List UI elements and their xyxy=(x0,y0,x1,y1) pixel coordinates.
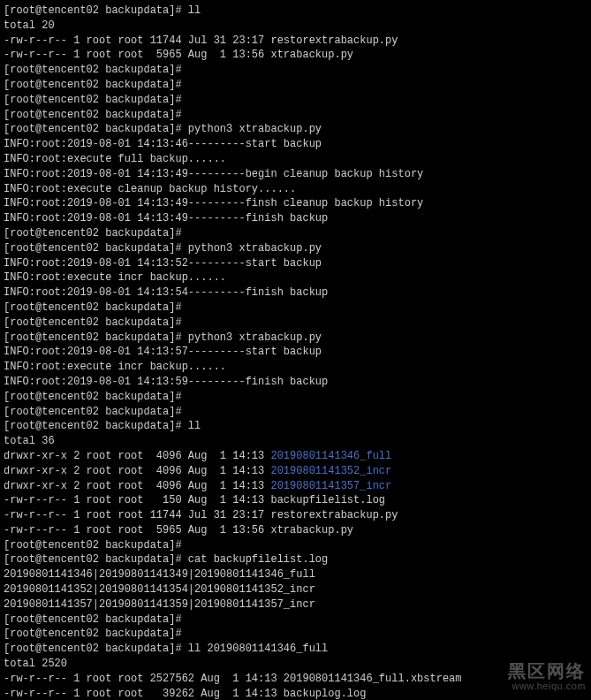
terminal-text: INFO:root:2019-08-01 14:13:52---------st… xyxy=(4,257,322,270)
terminal-line: [root@tencent02 backupdata]# xyxy=(4,108,587,123)
terminal-line: -rw-r--r-- 1 root root 150 Aug 1 14:13 b… xyxy=(4,493,587,508)
terminal-line: drwxr-xr-x 2 root root 4096 Aug 1 14:13 … xyxy=(4,464,587,479)
terminal-text: 20190801141346|20190801141349|2019080114… xyxy=(4,568,315,581)
terminal-line: INFO:root:2019-08-01 14:13:49---------be… xyxy=(4,167,587,182)
directory-name: 20190801141346_full xyxy=(270,450,391,462)
terminal-line: [root@tencent02 backupdata]# ll xyxy=(4,4,587,19)
shell-prompt: [root@tencent02 backupdata]# xyxy=(4,227,188,240)
terminal-text: INFO:root:2019-08-01 14:13:49---------be… xyxy=(4,168,423,180)
terminal-line: -rw-r--r-- 1 root root 39262 Aug 1 14:13… xyxy=(4,687,587,700)
terminal-text: INFO:root:execute incr backup...... xyxy=(4,271,226,284)
terminal-text: 20190801141357|20190801141359|2019080114… xyxy=(4,598,315,611)
shell-prompt: [root@tencent02 backupdata]# xyxy=(4,628,188,640)
terminal-line: -rw-r--r-- 1 root root 11744 Jul 31 23:1… xyxy=(4,34,587,49)
terminal-line: 20190801141346|20190801141349|2019080114… xyxy=(4,567,587,582)
terminal-text: -rw-r--r-- 1 root root 5965 Aug 1 13:56 … xyxy=(4,49,353,61)
shell-prompt: [root@tencent02 backupdata]# xyxy=(4,613,188,626)
terminal-line: INFO:root:2019-08-01 14:13:49---------fi… xyxy=(4,211,587,226)
terminal-line: [root@tencent02 backupdata]# xyxy=(4,612,587,628)
terminal-line: INFO:root:execute cleanup backup history… xyxy=(4,182,587,197)
terminal-text: total 20 xyxy=(4,19,55,32)
shell-prompt: [root@tencent02 backupdata]# xyxy=(4,406,188,418)
shell-prompt: [root@tencent02 backupdata]# xyxy=(4,391,188,403)
terminal-text: ll 20190801141346_full xyxy=(188,643,328,655)
shell-prompt: [root@tencent02 backupdata]# xyxy=(4,301,188,314)
terminal-text: INFO:root:2019-08-01 14:13:49---------fi… xyxy=(4,212,328,224)
terminal-text: INFO:root:2019-08-01 14:13:46---------st… xyxy=(4,138,322,150)
directory-name: 20190801141352_incr xyxy=(270,465,391,477)
terminal-text: INFO:root:execute full backup...... xyxy=(4,153,226,165)
terminal-output[interactable]: [root@tencent02 backupdata]# lltotal 20-… xyxy=(4,4,587,700)
terminal-text: -rw-r--r-- 1 root root 5965 Aug 1 13:56 … xyxy=(4,524,353,536)
shell-prompt: [root@tencent02 backupdata]# xyxy=(4,79,188,91)
terminal-line: INFO:root:2019-08-01 14:13:49---------fi… xyxy=(4,196,587,211)
terminal-line: [root@tencent02 backupdata]# cat backupf… xyxy=(4,552,587,567)
terminal-line: INFO:root:execute incr backup...... xyxy=(4,360,587,375)
terminal-line: [root@tencent02 backupdata]# xyxy=(4,301,587,316)
terminal-text: 20190801141352|20190801141354|2019080114… xyxy=(4,583,315,596)
terminal-line: total 2520 xyxy=(4,657,587,672)
terminal-text: python3 xtrabackup.py xyxy=(188,331,322,344)
terminal-line: [root@tencent02 backupdata]# python3 xtr… xyxy=(4,241,587,256)
terminal-text: INFO:root:2019-08-01 14:13:49---------fi… xyxy=(4,197,423,209)
terminal-line: -rw-r--r-- 1 root root 5965 Aug 1 13:56 … xyxy=(4,48,587,63)
terminal-text: INFO:root:2019-08-01 14:13:57---------st… xyxy=(4,346,322,358)
terminal-text: drwxr-xr-x 2 root root 4096 Aug 1 14:13 xyxy=(4,465,270,477)
terminal-line: [root@tencent02 backupdata]# xyxy=(4,627,587,642)
terminal-text: ll xyxy=(188,4,201,17)
terminal-text: ll xyxy=(188,420,201,432)
terminal-text: drwxr-xr-x 2 root root 4096 Aug 1 14:13 xyxy=(4,450,270,462)
terminal-text: -rw-r--r-- 1 root root 150 Aug 1 14:13 b… xyxy=(4,494,385,506)
terminal-line: [root@tencent02 backupdata]# xyxy=(4,226,587,241)
terminal-line: drwxr-xr-x 2 root root 4096 Aug 1 14:13 … xyxy=(4,449,587,464)
shell-prompt: [root@tencent02 backupdata]# xyxy=(4,420,188,432)
terminal-text: INFO:root:2019-08-01 14:13:54---------fi… xyxy=(4,286,328,299)
terminal-line: [root@tencent02 backupdata]# python3 xtr… xyxy=(4,122,587,137)
terminal-line: -rw-r--r-- 1 root root 5965 Aug 1 13:56 … xyxy=(4,523,587,538)
terminal-line: 20190801141357|20190801141359|2019080114… xyxy=(4,597,587,612)
terminal-text: -rw-r--r-- 1 root root 11744 Jul 31 23:1… xyxy=(4,34,398,47)
terminal-line: INFO:root:2019-08-01 14:13:46---------st… xyxy=(4,137,587,152)
terminal-line: [root@tencent02 backupdata]# xyxy=(4,78,587,93)
terminal-line: [root@tencent02 backupdata]# python3 xtr… xyxy=(4,331,587,346)
terminal-line: -rw-r--r-- 1 root root 2527562 Aug 1 14:… xyxy=(4,672,587,687)
terminal-text: python3 xtrabackup.py xyxy=(188,242,322,255)
shell-prompt: [root@tencent02 backupdata]# xyxy=(4,242,188,255)
terminal-text: INFO:root:2019-08-01 14:13:59---------fi… xyxy=(4,376,328,388)
terminal-line: drwxr-xr-x 2 root root 4096 Aug 1 14:13 … xyxy=(4,479,587,494)
shell-prompt: [root@tencent02 backupdata]# xyxy=(4,123,188,135)
terminal-line: INFO:root:execute full backup...... xyxy=(4,152,587,167)
shell-prompt: [root@tencent02 backupdata]# xyxy=(4,331,188,344)
shell-prompt: [root@tencent02 backupdata]# xyxy=(4,539,188,552)
terminal-text: drwxr-xr-x 2 root root 4096 Aug 1 14:13 xyxy=(4,480,270,492)
terminal-line: [root@tencent02 backupdata]# ll xyxy=(4,419,587,434)
terminal-text: -rw-r--r-- 1 root root 39262 Aug 1 14:13… xyxy=(4,688,366,700)
terminal-text: total 36 xyxy=(4,435,55,447)
terminal-line: [root@tencent02 backupdata]# xyxy=(4,93,587,108)
terminal-line: [root@tencent02 backupdata]# xyxy=(4,390,587,405)
shell-prompt: [root@tencent02 backupdata]# xyxy=(4,553,188,566)
terminal-line: 20190801141352|20190801141354|2019080114… xyxy=(4,582,587,597)
terminal-line: [root@tencent02 backupdata]# xyxy=(4,405,587,420)
terminal-line: total 36 xyxy=(4,434,587,449)
terminal-line: [root@tencent02 backupdata]# xyxy=(4,538,587,553)
shell-prompt: [root@tencent02 backupdata]# xyxy=(4,94,188,106)
shell-prompt: [root@tencent02 backupdata]# xyxy=(4,643,188,655)
terminal-text: INFO:root:execute cleanup backup history… xyxy=(4,183,296,195)
terminal-text: cat backupfilelist.log xyxy=(188,553,328,566)
terminal-text: total 2520 xyxy=(4,658,67,670)
terminal-text: -rw-r--r-- 1 root root 2527562 Aug 1 14:… xyxy=(4,673,461,685)
terminal-line: INFO:root:2019-08-01 14:13:54---------fi… xyxy=(4,285,587,301)
shell-prompt: [root@tencent02 backupdata]# xyxy=(4,4,188,17)
terminal-line: INFO:root:execute incr backup...... xyxy=(4,270,587,285)
terminal-line: INFO:root:2019-08-01 14:13:52---------st… xyxy=(4,256,587,271)
terminal-line: total 20 xyxy=(4,19,587,34)
shell-prompt: [root@tencent02 backupdata]# xyxy=(4,109,188,121)
terminal-line: INFO:root:2019-08-01 14:13:59---------fi… xyxy=(4,375,587,390)
terminal-line: [root@tencent02 backupdata]# xyxy=(4,63,587,78)
directory-name: 20190801141357_incr xyxy=(270,480,391,492)
terminal-text: -rw-r--r-- 1 root root 11744 Jul 31 23:1… xyxy=(4,509,398,521)
terminal-text: INFO:root:execute incr backup...... xyxy=(4,361,226,373)
terminal-text: python3 xtrabackup.py xyxy=(188,123,322,135)
terminal-line: [root@tencent02 backupdata]# xyxy=(4,316,587,331)
